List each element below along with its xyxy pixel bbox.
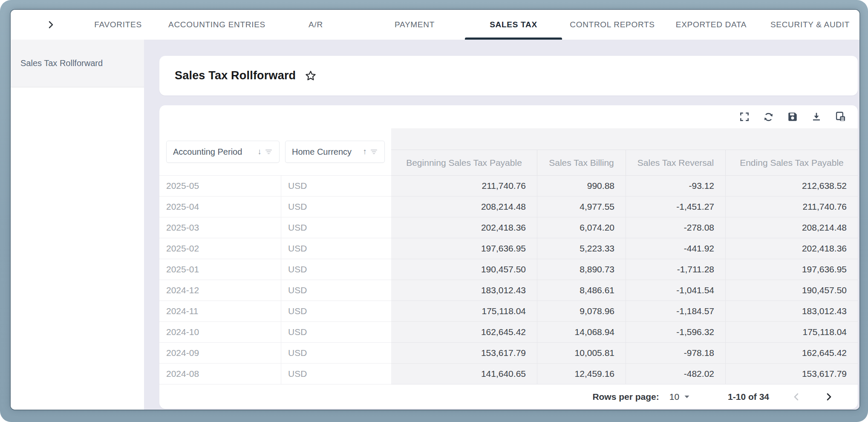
nav-tab[interactable]: ACCOUNTING ENTRIES (167, 10, 266, 40)
refresh-button[interactable] (763, 111, 774, 123)
cell-sales-tax-reversal: -978.18 (626, 343, 725, 364)
download-button[interactable] (811, 111, 822, 122)
cell-accounting-period: 2025-01 (159, 259, 281, 280)
nav-tab-label: EXPORTED DATA (676, 20, 747, 29)
cell-home-currency: USD (281, 280, 391, 301)
cell-accounting-period: 2025-04 (159, 197, 281, 217)
cell-home-currency: USD (281, 176, 391, 197)
column-header-reversal: Sales Tax Reversal (626, 128, 725, 176)
nav-tab[interactable]: PAYMENT (365, 10, 464, 40)
cell-accounting-period: 2025-03 (159, 217, 281, 238)
cell-sales-tax-reversal: -1,451.27 (626, 197, 725, 217)
cell-ending-sales-tax-payable: 197,636.95 (725, 259, 858, 280)
cell-sales-tax-billing: 8,890.73 (537, 259, 626, 280)
pagination-bar: Rows per page: 10 1-10 of 34 (159, 384, 858, 409)
chevron-right-icon (46, 20, 56, 30)
nav-tab[interactable]: CONTROL REPORTS (563, 10, 662, 40)
cell-ending-sales-tax-payable: 162,645.42 (725, 343, 858, 364)
sidebar: Sales Tax Rollforward (11, 40, 144, 410)
cell-ending-sales-tax-payable: 175,118.04 (725, 322, 858, 343)
nav-tab-label: ACCOUNTING ENTRIES (168, 20, 265, 29)
sort-direction-icon: ↓ (254, 147, 262, 156)
nav-tab[interactable]: FAVORITES (69, 10, 167, 40)
cell-sales-tax-reversal: -1,711.28 (626, 259, 725, 280)
cell-ending-sales-tax-payable: 211,740.76 (725, 197, 858, 217)
nav-tab-label: FAVORITES (94, 20, 142, 29)
cell-beginning-sales-tax-payable: 183,012.43 (391, 280, 537, 301)
chevron-left-icon (791, 392, 802, 402)
refresh-icon (763, 111, 774, 123)
caret-down-icon (683, 393, 690, 400)
copy-report-icon (835, 111, 847, 123)
cell-beginning-sales-tax-payable: 175,118.04 (391, 301, 537, 322)
next-page-button[interactable] (824, 392, 834, 402)
nav-tab[interactable]: SECURITY & AUDIT (761, 10, 859, 40)
chevron-right-icon (824, 392, 834, 402)
cell-ending-sales-tax-payable: 190,457.50 (725, 280, 858, 301)
save-button[interactable] (787, 111, 798, 122)
cell-sales-tax-billing: 6,074.20 (537, 217, 626, 238)
cell-home-currency: USD (281, 301, 391, 322)
cell-ending-sales-tax-payable: 212,638.52 (725, 176, 858, 197)
rows-per-page-dropdown[interactable] (683, 393, 690, 400)
fullscreen-button[interactable] (739, 111, 750, 122)
save-icon (787, 111, 798, 122)
rollforward-table: Accounting Period ↓ Home Currency ↑ (159, 128, 858, 384)
nav-tab[interactable]: SALES TAX (464, 10, 563, 40)
cell-ending-sales-tax-payable: 153,617.79 (725, 364, 858, 384)
column-header-label: Sales Tax Billing (537, 150, 626, 176)
favorite-button[interactable] (304, 69, 317, 82)
filter-icon (370, 147, 378, 156)
cell-accounting-period: 2024-11 (159, 301, 281, 322)
nav-overflow-button[interactable] (46, 10, 56, 40)
cell-sales-tax-reversal: -1,041.54 (626, 280, 725, 301)
cell-sales-tax-billing: 10,005.81 (537, 343, 626, 364)
report-title-card: Sales Tax Rollforward (159, 56, 858, 95)
pagination-range: 1-10 of 34 (728, 392, 769, 402)
sidebar-item-sales-tax-rollforward[interactable]: Sales Tax Rollforward (11, 40, 144, 87)
cell-beginning-sales-tax-payable: 208,214.48 (391, 197, 537, 217)
previous-page-button[interactable] (791, 392, 802, 402)
cell-beginning-sales-tax-payable: 197,636.95 (391, 238, 537, 259)
column-header-label: Sales Tax Reversal (626, 150, 725, 176)
cell-beginning-sales-tax-payable: 141,640.65 (391, 364, 537, 384)
cell-sales-tax-billing: 5,223.33 (537, 238, 626, 259)
nav-tab-label: CONTROL REPORTS (570, 20, 655, 29)
cell-accounting-period: 2025-05 (159, 176, 281, 197)
nav-tab-label: A/R (309, 20, 323, 29)
cell-sales-tax-reversal: -441.92 (626, 238, 725, 259)
column-sort-chip[interactable]: Accounting Period ↓ (166, 141, 280, 163)
cell-sales-tax-reversal: -93.12 (626, 176, 725, 197)
column-sort-chip[interactable]: Home Currency ↑ (285, 141, 385, 163)
sort-direction-icon: ↑ (359, 147, 367, 156)
window-frame: FAVORITES ACCOUNTING ENTRIES A/R PAYMENT… (0, 0, 868, 422)
page-title: Sales Tax Rollforward (175, 69, 296, 82)
download-icon (811, 111, 822, 122)
rows-per-page-value[interactable]: 10 (669, 392, 679, 402)
app-window: FAVORITES ACCOUNTING ENTRIES A/R PAYMENT… (11, 10, 859, 410)
cell-home-currency: USD (281, 259, 391, 280)
cell-beginning-sales-tax-payable: 190,457.50 (391, 259, 537, 280)
cell-home-currency: USD (281, 364, 391, 384)
nav-tab[interactable]: EXPORTED DATA (662, 10, 761, 40)
cell-beginning-sales-tax-payable: 153,617.79 (391, 343, 537, 364)
cell-accounting-period: 2024-10 (159, 322, 281, 343)
nav-tab[interactable]: A/R (266, 10, 365, 40)
cell-accounting-period: 2024-09 (159, 343, 281, 364)
filter-icon (265, 147, 273, 156)
content-area: Sales Tax Rollforward Sales Tax Rollforw… (11, 40, 859, 410)
cell-sales-tax-reversal: -278.08 (626, 217, 725, 238)
copy-report-button[interactable] (835, 111, 847, 123)
cell-sales-tax-reversal: -482.02 (626, 364, 725, 384)
table-toolbar (159, 105, 858, 128)
cell-home-currency: USD (281, 238, 391, 259)
cell-home-currency: USD (281, 217, 391, 238)
sidebar-item-label: Sales Tax Rollforward (20, 58, 103, 68)
nav-tab-label: SALES TAX (490, 20, 537, 29)
cell-sales-tax-billing: 990.88 (537, 176, 626, 197)
column-header-ending: Ending Sales Tax Payable (725, 128, 858, 176)
report-table-card: Accounting Period ↓ Home Currency ↑ (159, 105, 858, 409)
column-header-billing: Sales Tax Billing (537, 128, 626, 176)
cell-sales-tax-reversal: -1,184.57 (626, 301, 725, 322)
cell-home-currency: USD (281, 197, 391, 217)
